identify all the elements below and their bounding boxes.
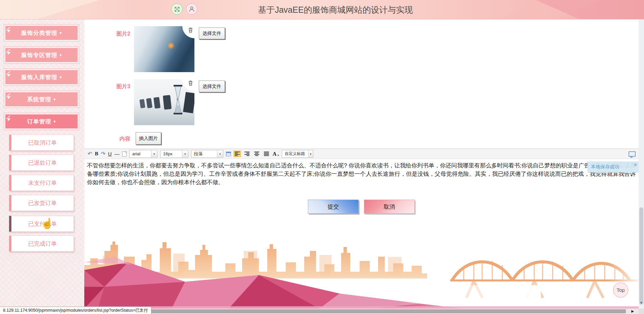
menu-label: 服饰专区管理 [21,51,57,59]
horizontal-rule-icon[interactable]: — [114,151,120,156]
sidebar-item-clothing-zone[interactable]: 服饰专区管理 ▾ [5,48,78,62]
font-size-value: 16px [163,151,173,156]
sidebar-item-clothing-category[interactable]: 服饰分类管理 ▾ [5,25,78,40]
redo-icon[interactable]: ↷ [101,151,105,157]
sidebar: 服饰分类管理 ▾ 服饰专区管理 ▾ 服饰入库管理 ▾ 系统管理 ▾ 订单管理 ▾… [0,19,84,314]
table-icon[interactable] [226,152,231,156]
page-title: 基于JavaEE的服饰商城网站的设计与实现 [258,4,413,15]
button-label: 插入图片 [139,136,158,142]
top-button-label: Top [616,287,625,293]
back-to-top-button[interactable]: Top [613,282,628,298]
chevron-down-icon: ▾ [60,31,62,35]
undo-icon[interactable]: ↶ [88,151,92,157]
align-justify-button[interactable] [263,151,270,157]
chevron-down-icon: ▾ [277,154,279,157]
chevron-down-icon: ▾ [54,119,56,124]
font-size-select[interactable]: 16px ▾ [160,150,188,158]
trash-icon [188,80,193,86]
align-center-button[interactable] [253,151,260,157]
content-label: 内容 [101,136,130,143]
mouse-cursor-icon: ☝ [41,217,53,229]
header-decor-mid [500,0,600,19]
new-document-icon[interactable] [122,151,127,157]
choose-file-button-image2[interactable]: 选择文件 [199,28,225,39]
vertical-scrollbar-thumb[interactable] [639,207,643,305]
browser-status-bar: 8.129.11.174:9050/jspmrmaxn/jsp/modules/… [0,307,151,314]
save-success-toast: 本地保存成功 × [587,161,639,173]
delete-image2-button[interactable] [182,26,194,38]
user-button[interactable] [186,3,197,15]
custom-heading-value: 自定义标题 [285,151,305,157]
menu-label: 系统管理 [27,96,51,103]
horizontal-scrollbar-thumb[interactable] [120,309,626,313]
font-family-value: arial [132,151,141,156]
align-right-button[interactable] [243,151,250,157]
fullscreen-icon: ⤢ [174,6,179,12]
align-center-icon [254,152,259,156]
image3-thumbnail [134,79,194,125]
sidebar-item-clothing-stock[interactable]: 服饰入库管理 ▾ [5,70,78,85]
scroll-right-arrow-icon[interactable]: ▶ [631,309,634,313]
header-decor-right [490,0,644,19]
chevron-down-icon: ▾ [60,75,62,80]
sidebar-item-system[interactable]: 系统管理 ▾ [5,92,78,107]
submenu-label: 已完成订单 [28,240,57,248]
button-label: 选择文件 [202,84,221,90]
submenu-label: 未支付订单 [28,179,57,187]
align-left-button[interactable] [234,151,241,157]
sidebar-item-orders[interactable]: 订单管理 ▾ [5,114,78,129]
button-label: 取消 [384,203,395,211]
fullscreen-button[interactable]: ⤡ ⤢ [171,3,183,15]
sidebar-item-unpaid-orders[interactable]: 未支付订单 [9,175,74,191]
scrollbar-corner [639,309,644,314]
sidebar-item-shipped-orders[interactable]: 已发货订单 [9,195,74,211]
chevron-down-icon: ▾ [308,150,313,157]
vertical-scrollbar[interactable]: ▼ [639,19,644,309]
image2-thumbnail [134,26,194,72]
sidebar-item-cancelled-orders[interactable]: 已取消订单 [9,135,74,151]
scroll-down-arrow-icon[interactable]: ▼ [639,301,644,305]
paragraph-value: 段落 [194,151,203,157]
rich-text-editor: ↶ B ↷ U — arial ▾ 16px ▾ 段落 ▾ [84,149,639,190]
button-label: 提交 [328,203,339,211]
font-color-icon: A [273,151,277,157]
image3-label: 图片3 [101,83,130,90]
trash-icon [188,27,193,33]
app-header: ⤡ ⤢ 基于JavaEE的服饰商城网站的设计与实现 [0,0,644,19]
align-right-icon [244,152,249,156]
submenu-label: 已发货订单 [28,199,57,207]
bold-icon[interactable]: B [95,151,98,156]
chevron-down-icon: ▾ [54,97,56,102]
chevron-down-icon: ▾ [60,53,62,57]
custom-heading-select[interactable]: 自定义标题 ▾ [282,150,313,158]
menu-label: 服饰分类管理 [21,29,57,37]
close-icon[interactable]: × [634,162,637,167]
image2-highlight [167,43,175,49]
insert-image-button[interactable]: 插入图片 [136,132,161,145]
editor-toolbar: ↶ B ↷ U — arial ▾ 16px ▾ 段落 ▾ [84,149,639,159]
submenu-label: 已退款订单 [28,159,57,167]
paragraph-format-select[interactable]: 段落 ▾ [191,150,223,158]
toast-message: 本地保存成功 [591,164,619,170]
button-label: 选择文件 [202,31,221,37]
underline-icon[interactable]: U [108,151,112,156]
editor-text-area[interactable]: 不管你想要怎样的生活，你都要去努力争取，不多尝试一些事情怎么知道自己适合什么、不… [84,159,639,190]
header-decor-left [0,0,181,19]
align-left-icon [235,152,240,156]
font-color-button[interactable]: A ▾ [273,151,279,157]
submit-button[interactable]: 提交 [308,200,359,214]
chevron-down-icon: ▾ [182,150,188,157]
sidebar-item-completed-orders[interactable]: 已完成订单 [9,235,74,252]
align-justify-icon [264,152,269,156]
cancel-button[interactable]: 取消 [364,200,415,214]
choose-file-button-image3[interactable]: 选择文件 [199,81,225,92]
chevron-down-icon: ▾ [217,150,223,157]
person-icon [189,6,195,12]
footer-skyline-art [84,225,644,309]
menu-label: 服饰入库管理 [21,73,57,81]
image2-label: 图片2 [101,31,130,38]
fullscreen-editor-icon[interactable] [629,151,636,157]
font-family-select[interactable]: arial ▾ [129,150,157,158]
sidebar-item-refunded-orders[interactable]: 已退款订单 [9,155,74,171]
chevron-down-icon: ▾ [151,150,157,157]
